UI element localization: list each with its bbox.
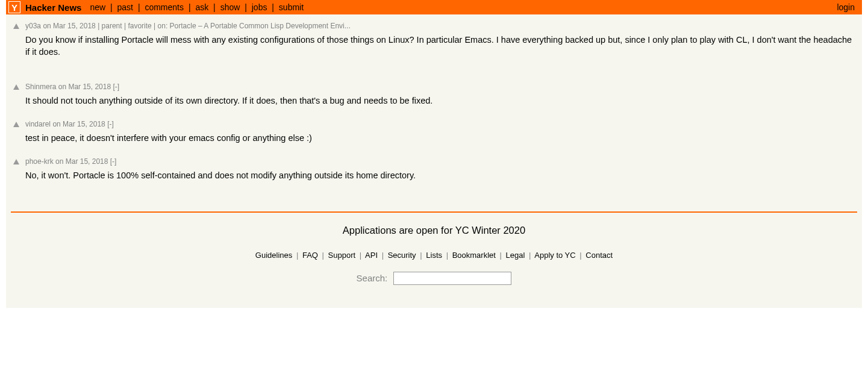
upvote-icon[interactable] — [13, 84, 19, 90]
parent-comment: y03a on Mar 15, 2018 | parent | favorite… — [11, 22, 857, 58]
reply-text: test in peace, it doesn't interfere with… — [25, 132, 857, 144]
nav-jobs[interactable]: jobs — [252, 2, 267, 12]
nav-sep: | — [272, 2, 274, 12]
nav-submit[interactable]: submit — [279, 2, 304, 12]
upvote-icon[interactable] — [13, 122, 19, 127]
nav-links: new | past | comments | ask | show | job… — [90, 2, 304, 12]
footer-sep: | — [360, 251, 361, 260]
age-link[interactable]: on Mar 15, 2018 — [52, 120, 105, 128]
toggle-link[interactable]: [-] — [113, 83, 119, 91]
reply-row: phoe-krk on Mar 15, 2018 [-] No, it won'… — [11, 157, 857, 181]
replies-list: Shinmera on Mar 15, 2018 [-] It should n… — [11, 83, 857, 182]
toggle-link[interactable]: [-] — [107, 120, 114, 128]
nav-sep: | — [189, 2, 191, 12]
nav-ask[interactable]: ask — [195, 2, 208, 12]
nav-sep: | — [213, 2, 216, 12]
search-label: Search: — [357, 273, 388, 283]
upvote-icon[interactable] — [13, 159, 19, 164]
upvote-icon[interactable] — [13, 23, 19, 29]
footer: Applications are open for YC Winter 2020… — [11, 213, 857, 303]
footer-link-bookmarklet[interactable]: Bookmarklet — [452, 251, 496, 260]
story-title-link[interactable]: Portacle – A Portable Common Lisp Develo… — [170, 22, 351, 30]
footer-link-lists[interactable]: Lists — [426, 251, 442, 260]
footer-link-apply[interactable]: Apply to YC — [534, 251, 575, 260]
reply-row: vindarel on Mar 15, 2018 [-] test in pea… — [11, 120, 857, 144]
parent-link[interactable]: parent — [102, 22, 122, 30]
login-link[interactable]: login — [837, 2, 860, 12]
nav-new[interactable]: new — [90, 2, 105, 12]
footer-link-guidelines[interactable]: Guidelines — [255, 251, 292, 260]
search-row: Search: — [11, 272, 857, 285]
nav-sep: | — [245, 2, 247, 12]
footer-links: Guidelines | FAQ | Support | API | Secur… — [11, 251, 857, 260]
footer-sep: | — [529, 251, 531, 260]
nav-comments[interactable]: comments — [145, 2, 184, 12]
comment-meta: y03a on Mar 15, 2018 | parent | favorite… — [25, 22, 857, 30]
footer-sep: | — [579, 251, 581, 260]
footer-promo[interactable]: Applications are open for YC Winter 2020 — [11, 225, 857, 236]
age-link[interactable]: on Mar 15, 2018 — [55, 157, 108, 166]
nav-show[interactable]: show — [220, 2, 240, 12]
reply-meta: phoe-krk on Mar 15, 2018 [-] — [25, 157, 857, 166]
age-link[interactable]: on Mar 15, 2018 — [43, 22, 95, 30]
age-link[interactable]: on Mar 15, 2018 — [58, 83, 111, 91]
footer-link-faq[interactable]: FAQ — [302, 251, 318, 260]
nav-past[interactable]: past — [117, 2, 133, 12]
reply-text: It should not touch anything outside of … — [25, 95, 857, 107]
footer-sep: | — [500, 251, 502, 260]
reply-meta: Shinmera on Mar 15, 2018 [-] — [25, 83, 857, 91]
reply-row: Shinmera on Mar 15, 2018 [-] It should n… — [11, 83, 857, 107]
header-bar: Y Hacker News new | past | comments | as… — [6, 0, 862, 14]
user-link[interactable]: vindarel — [25, 120, 51, 128]
footer-sep: | — [420, 251, 422, 260]
comment-text: Do you know if installing Portacle will … — [25, 34, 857, 58]
toggle-link[interactable]: [-] — [110, 157, 117, 166]
footer-link-api[interactable]: API — [365, 251, 378, 260]
site-title-link[interactable]: Hacker News — [25, 2, 81, 13]
footer-link-security[interactable]: Security — [388, 251, 416, 260]
favorite-link[interactable]: favorite — [128, 22, 151, 30]
user-link[interactable]: Shinmera — [25, 83, 56, 91]
user-link[interactable]: y03a — [25, 22, 41, 30]
logo-icon[interactable]: Y — [8, 1, 20, 13]
search-input[interactable] — [393, 272, 511, 285]
footer-link-contact[interactable]: Contact — [585, 251, 613, 260]
nav-sep: | — [138, 2, 140, 12]
nav-sep: | — [110, 2, 113, 12]
footer-sep: | — [446, 251, 448, 260]
footer-sep: | — [382, 251, 384, 260]
reply-meta: vindarel on Mar 15, 2018 [-] — [25, 120, 857, 128]
on-label: on: — [158, 22, 168, 30]
footer-sep: | — [322, 251, 324, 260]
footer-sep: | — [296, 251, 298, 260]
footer-link-support[interactable]: Support — [328, 251, 356, 260]
user-link[interactable]: phoe-krk — [25, 157, 54, 166]
footer-link-legal[interactable]: Legal — [506, 251, 525, 260]
reply-text: No, it won't. Portacle is 100% self-cont… — [25, 169, 857, 181]
content-area: y03a on Mar 15, 2018 | parent | favorite… — [6, 14, 862, 308]
